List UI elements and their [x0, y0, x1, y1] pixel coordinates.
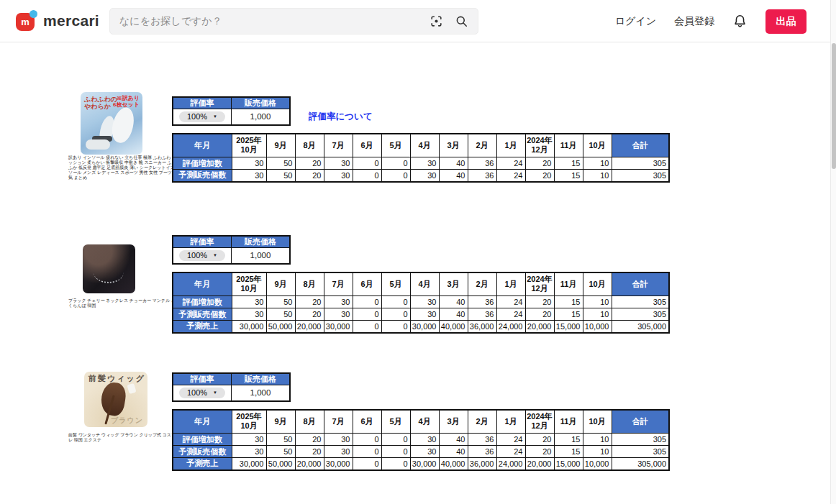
month-header: 3月 — [439, 410, 468, 434]
table-row: 評価率販売価格 — [173, 373, 290, 385]
value-cell: 20 — [525, 170, 554, 182]
signup-link[interactable]: 会員登録 — [674, 15, 714, 28]
month-header: 2024年 12月 — [525, 134, 554, 157]
month-header: 3月 — [439, 134, 468, 157]
mercari-logo[interactable]: m mercari — [16, 10, 99, 32]
value-cell: 20,000 — [525, 458, 554, 470]
scrollbar-thumb[interactable] — [832, 43, 836, 169]
total-cell: 305 — [612, 434, 669, 446]
value-cell: 40 — [439, 308, 468, 321]
value-cell: 50 — [266, 157, 295, 170]
value-cell: 30 — [324, 446, 353, 458]
month-header: 1月 — [496, 410, 525, 434]
value-cell: 40 — [439, 296, 468, 308]
value-cell: 30 — [410, 308, 439, 321]
login-link[interactable]: ログイン — [615, 15, 656, 28]
chevron-down-icon: ▼ — [213, 253, 217, 257]
value-cell: 30 — [410, 296, 439, 308]
camera-search-icon[interactable] — [430, 14, 443, 28]
search-input[interactable]: なにをお探しですか？ — [109, 8, 478, 35]
month-header: 7月 — [324, 272, 353, 296]
sell-button[interactable]: 出品 — [765, 9, 807, 34]
value-cell: 20 — [295, 157, 324, 170]
value-cell: 50 — [266, 446, 295, 458]
product-description: ブラック チェリー ネックレス チョーカー マンテル さくらんぼ 韓国 — [68, 298, 178, 308]
rating-rate-value: 100% — [187, 388, 207, 397]
value-cell: 0 — [353, 308, 381, 321]
search-placeholder: なにをお探しですか？ — [119, 15, 418, 28]
value-cell: 36 — [468, 296, 496, 308]
tables-column: 評価率販売価格100%▼1,000年月2025年 10月9月8月7月6月5月4月… — [172, 372, 670, 471]
mercari-logo-icon: m — [16, 10, 37, 32]
value-cell: 30,000 — [410, 321, 439, 333]
row-label: 予測販売個数 — [173, 170, 232, 182]
month-header: 4月 — [410, 272, 439, 296]
total-header: 合計 — [612, 272, 669, 296]
value-cell: 24 — [496, 308, 525, 321]
value-cell: 0 — [353, 296, 381, 308]
month-header: 11月 — [554, 410, 583, 434]
product-image-wig[interactable]: 前髪ウィッグブラウン — [84, 372, 147, 427]
month-header: 2024年 12月 — [525, 272, 554, 296]
search-icon[interactable] — [455, 14, 468, 28]
value-cell: 10 — [583, 434, 612, 446]
app-header: m mercari なにをお探しですか？ ログイン 会員登録 — [0, 0, 836, 42]
tables-column: 評価率販売価格100%▼1,000年月2025年 10月9月8月7月6月5月4月… — [172, 235, 670, 334]
sales-forecast-table: 年月2025年 10月9月8月7月6月5月4月3月2月1月2024年 12月11… — [172, 409, 670, 471]
value-cell: 24 — [496, 157, 525, 170]
table-row: 評価増加数305020300030403624201510305 — [173, 296, 669, 308]
value-cell: 0 — [381, 296, 410, 308]
bell-icon[interactable] — [732, 14, 748, 29]
value-cell: 30,000 — [324, 458, 353, 470]
product-image-necklace[interactable] — [83, 244, 135, 293]
month-header: 8月 — [295, 410, 324, 434]
total-cell: 305 — [612, 308, 669, 321]
month-header: 7月 — [324, 410, 353, 434]
insole-shape — [109, 105, 137, 145]
month-header: 8月 — [295, 134, 324, 157]
brand-name: mercari — [43, 12, 99, 29]
rating-rate-dropdown[interactable]: 100%▼ — [179, 388, 225, 398]
rating-rate-header: 評価率 — [173, 97, 232, 109]
table-header-row: 年月2025年 10月9月8月7月6月5月4月3月2月1月2024年 12月11… — [173, 272, 669, 296]
product-description: 前髪 ワンタッチ ウィッグ ブラウン クリップ式 コスプレ 韓国 エクステ — [68, 433, 178, 443]
value-cell: 20 — [525, 446, 554, 458]
sale-price-header: 販売価格 — [232, 97, 291, 109]
total-cell: 305 — [612, 446, 669, 458]
value-cell: 10 — [583, 170, 612, 182]
month-header: 2025年 10月 — [232, 272, 266, 296]
sales-forecast-table: 年月2025年 10月9月8月7月6月5月4月3月2月1月2024年 12月11… — [172, 272, 670, 334]
value-cell: 30 — [232, 308, 266, 321]
sale-price-value[interactable]: 1,000 — [232, 385, 291, 401]
value-cell: 0 — [381, 434, 410, 446]
value-cell: 36,000 — [468, 458, 496, 470]
value-cell: 30 — [324, 170, 353, 182]
month-header: 2024年 12月 — [525, 410, 554, 434]
sale-price-value[interactable]: 1,000 — [232, 109, 291, 125]
value-cell: 40 — [439, 434, 468, 446]
value-cell: 30 — [324, 308, 353, 321]
image-text-bottom: ブラウン — [111, 416, 143, 426]
rating-rate-dropdown[interactable]: 100%▼ — [179, 111, 225, 122]
rating-rate-dropdown[interactable]: 100%▼ — [179, 250, 225, 261]
sale-price-value[interactable]: 1,000 — [232, 248, 291, 264]
year-month-header: 年月 — [173, 272, 232, 296]
product-image-insole[interactable]: ふわふわの やわらか※訳あり 6枚セット — [81, 92, 142, 155]
value-cell: 24 — [496, 170, 525, 182]
rating-rate-cell: 100%▼ — [173, 109, 232, 125]
table-row: 100%▼1,000 — [173, 385, 290, 401]
rating-rate-cell: 100%▼ — [173, 385, 232, 401]
scrollbar[interactable] — [830, 0, 836, 504]
month-header: 11月 — [554, 272, 583, 296]
table-row: 予測販売個数305020300030403624201510305 — [173, 446, 669, 458]
table-row: 評価増加数305020300030403624201510305 — [173, 157, 669, 170]
value-cell: 10,000 — [583, 321, 612, 333]
row-label: 評価増加数 — [173, 434, 232, 446]
month-header: 10月 — [583, 272, 612, 296]
value-cell: 30 — [410, 446, 439, 458]
total-cell: 305 — [612, 170, 669, 182]
rating-info-link[interactable]: 評価率について — [309, 111, 373, 123]
value-cell: 20 — [525, 434, 554, 446]
value-cell: 15 — [554, 446, 583, 458]
value-cell: 15 — [554, 170, 583, 182]
